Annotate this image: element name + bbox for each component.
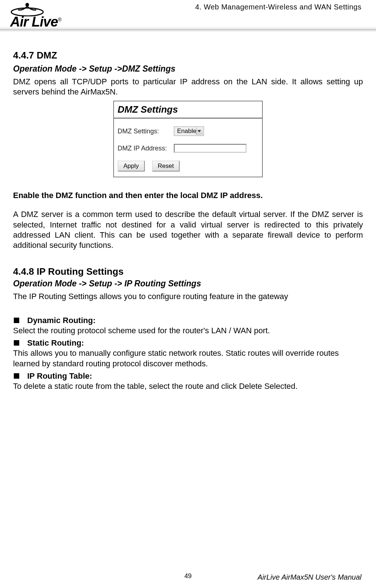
dmz-instruction-bold: Enable the DMZ function and then enter t… [13,190,363,201]
reset-button[interactable]: Reset [152,161,180,172]
bullet-body: Select the routing protocol scheme used … [13,326,363,336]
dmz-description: A DMZ server is a common term used to de… [13,209,363,250]
dmz-settings-select-value: Enable [177,127,196,135]
dmz-operation-mode-path: Operation Mode -> Setup ->DMZ Settings [13,64,363,74]
bullet-dynamic-routing: Dynamic Routing: [13,315,363,326]
dmz-screenshot: DMZ Settings DMZ Settings: Enable DMZ IP… [113,101,263,177]
dmz-ip-row: DMZ IP Address: [114,144,262,153]
apply-button[interactable]: Apply [118,161,145,172]
logo-swoosh-icon [10,2,45,16]
bullet-head: Static Routing: [27,338,84,348]
square-bullet-icon [14,373,19,379]
bullet-body: This allows you to manually configure st… [13,348,363,368]
bullet-static-routing: Static Routing: [13,338,363,348]
page-header: Air Live® 4. Web Management-Wireless and… [0,0,376,40]
manual-title-footer: AirLive AirMax5N User's Manual [258,573,362,581]
dmz-settings-row: DMZ Settings: Enable [114,126,262,136]
screenshot-panel-title: DMZ Settings [114,101,262,118]
chevron-down-icon [197,130,201,132]
chapter-title: 4. Web Management-Wireless and WAN Setti… [195,3,361,11]
bullet-head: IP Routing Table: [27,371,92,381]
header-divider [0,26,376,32]
routing-operation-mode-path: Operation Mode -> Setup -> IP Routing Se… [13,278,363,289]
section-routing-heading: 4.4.8 IP Routing Settings [13,266,363,278]
bullet-ip-routing-table: IP Routing Table: [13,371,363,381]
dmz-ip-input[interactable] [174,144,246,153]
svg-point-0 [11,8,43,16]
dmz-ip-label: DMZ IP Address: [118,144,174,153]
brand-logo: Air Live® [10,2,61,30]
bullet-head: Dynamic Routing: [27,315,95,326]
bullet-body: To delete a static route from the table,… [13,381,363,391]
dmz-settings-label: DMZ Settings: [118,127,174,136]
section-dmz-heading: 4.4.7 DMZ [13,49,363,61]
svg-point-1 [25,3,29,7]
dmz-settings-select[interactable]: Enable [174,126,204,136]
page-content: 4.4.7 DMZ Operation Mode -> Setup ->DMZ … [0,40,376,391]
square-bullet-icon [14,318,19,323]
square-bullet-icon [14,340,19,346]
routing-intro-text: The IP Routing Settings allows you to co… [13,291,363,302]
dmz-intro-text: DMZ opens all TCP/UDP ports to particula… [13,77,363,97]
